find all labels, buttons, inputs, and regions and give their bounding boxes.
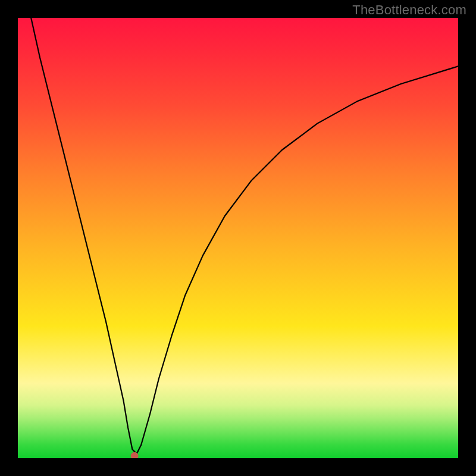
chart-frame: TheBottleneck.com (0, 0, 476, 476)
bottleneck-curve-path (31, 18, 458, 454)
plot-area (18, 18, 458, 458)
curve-layer (18, 18, 458, 458)
watermark-text: TheBottleneck.com (352, 2, 466, 18)
bottleneck-marker (131, 452, 138, 458)
